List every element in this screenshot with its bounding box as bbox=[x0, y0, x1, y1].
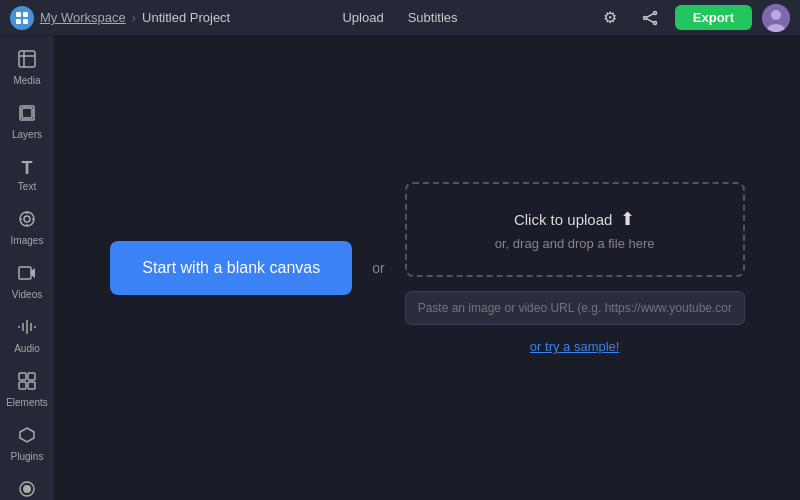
sidebar-item-audio-label: Audio bbox=[14, 343, 40, 354]
sidebar-item-text-label: Text bbox=[18, 181, 36, 192]
canvas-center: Start with a blank canvas or Click to up… bbox=[110, 182, 744, 354]
record-icon bbox=[18, 480, 36, 500]
upload-drop-zone[interactable]: Click to upload ⬆ or, drag and drop a fi… bbox=[405, 182, 745, 277]
or-label: or bbox=[372, 260, 384, 276]
share-button[interactable] bbox=[635, 3, 665, 33]
plugins-icon bbox=[18, 426, 36, 449]
svg-point-15 bbox=[20, 212, 34, 226]
avatar bbox=[762, 4, 790, 32]
project-name: Untitled Project bbox=[142, 10, 230, 25]
sidebar-item-text[interactable]: T Text bbox=[3, 150, 51, 200]
svg-rect-12 bbox=[19, 51, 35, 67]
try-sample-link[interactable]: or try a sample! bbox=[530, 339, 620, 354]
svg-rect-24 bbox=[19, 382, 26, 389]
svg-point-16 bbox=[24, 216, 30, 222]
topbar-left: My Workspace › Untitled Project bbox=[10, 6, 595, 30]
media-icon bbox=[18, 50, 36, 73]
svg-marker-26 bbox=[20, 428, 34, 442]
sidebar: Media Layers T Text bbox=[0, 36, 55, 500]
topbar-right: ⚙ Export bbox=[595, 3, 790, 33]
topbar-center: Upload Subtitles bbox=[342, 10, 457, 25]
svg-rect-3 bbox=[23, 19, 28, 24]
export-button[interactable]: Export bbox=[675, 5, 752, 30]
elements-icon bbox=[18, 372, 36, 395]
topbar: My Workspace › Untitled Project Upload S… bbox=[0, 0, 800, 36]
svg-rect-1 bbox=[23, 12, 28, 17]
audio-icon bbox=[18, 318, 36, 341]
svg-point-4 bbox=[653, 11, 656, 14]
svg-point-10 bbox=[771, 10, 781, 20]
svg-point-5 bbox=[643, 16, 646, 19]
svg-rect-22 bbox=[19, 373, 26, 380]
sidebar-item-images[interactable]: Images bbox=[3, 202, 51, 254]
sidebar-item-plugins-label: Plugins bbox=[11, 451, 44, 462]
sidebar-item-plugins[interactable]: Plugins bbox=[3, 418, 51, 470]
settings-button[interactable]: ⚙ bbox=[595, 3, 625, 33]
upload-area: Click to upload ⬆ or, drag and drop a fi… bbox=[405, 182, 745, 354]
layers-icon bbox=[18, 104, 36, 127]
sidebar-item-layers[interactable]: Layers bbox=[3, 96, 51, 148]
upload-title: Click to upload ⬆ bbox=[514, 208, 635, 230]
sidebar-item-layers-label: Layers bbox=[12, 129, 42, 140]
text-icon: T bbox=[22, 158, 33, 179]
upload-button[interactable]: Upload bbox=[342, 10, 383, 25]
subtitles-button[interactable]: Subtitles bbox=[408, 10, 458, 25]
sidebar-item-audio[interactable]: Audio bbox=[3, 310, 51, 362]
svg-line-8 bbox=[646, 13, 653, 17]
svg-line-7 bbox=[646, 18, 653, 22]
sidebar-item-media-label: Media bbox=[13, 75, 40, 86]
breadcrumb-separator: › bbox=[132, 10, 136, 25]
blank-canvas-button[interactable]: Start with a blank canvas bbox=[110, 241, 352, 295]
svg-rect-25 bbox=[28, 382, 35, 389]
svg-point-28 bbox=[23, 485, 31, 493]
svg-rect-14 bbox=[22, 108, 32, 118]
upload-icon: ⬆ bbox=[620, 208, 635, 230]
canvas-area: Start with a blank canvas or Click to up… bbox=[55, 36, 800, 500]
sidebar-item-images-label: Images bbox=[11, 235, 44, 246]
svg-rect-23 bbox=[28, 373, 35, 380]
svg-rect-0 bbox=[16, 12, 21, 17]
workspace-link[interactable]: My Workspace bbox=[40, 10, 126, 25]
gear-icon: ⚙ bbox=[603, 8, 617, 27]
svg-rect-2 bbox=[16, 19, 21, 24]
upload-drop-subtitle: or, drag and drop a file here bbox=[495, 236, 655, 251]
sidebar-item-videos-label: Videos bbox=[12, 289, 42, 300]
videos-icon bbox=[18, 264, 36, 287]
workspace-logo bbox=[10, 6, 34, 30]
main: Media Layers T Text bbox=[0, 36, 800, 500]
sidebar-item-videos[interactable]: Videos bbox=[3, 256, 51, 308]
sidebar-item-elements[interactable]: Elements bbox=[3, 364, 51, 416]
sidebar-item-record[interactable]: Record bbox=[3, 472, 51, 500]
url-input[interactable] bbox=[405, 291, 745, 325]
sidebar-item-media[interactable]: Media bbox=[3, 42, 51, 94]
svg-rect-21 bbox=[19, 267, 31, 279]
images-icon bbox=[18, 210, 36, 233]
sidebar-item-elements-label: Elements bbox=[6, 397, 48, 408]
upload-drop-title-text: Click to upload bbox=[514, 211, 612, 228]
svg-point-6 bbox=[653, 21, 656, 24]
